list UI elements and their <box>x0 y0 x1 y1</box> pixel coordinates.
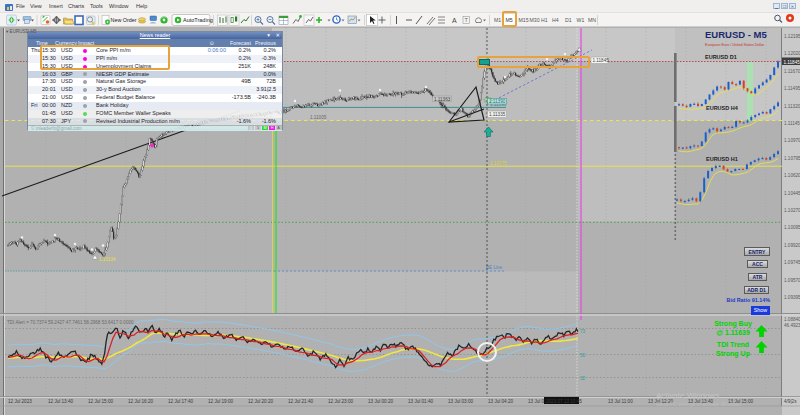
svg-text:EURUSD H1: EURUSD H1 <box>706 156 738 162</box>
svg-text:1.11845: 1.11845 <box>593 58 610 63</box>
svg-text:M1: M1 <box>494 17 501 23</box>
svg-text:12 Jul 19:00: 12 Jul 19:00 <box>208 399 233 404</box>
svg-text:32: 32 <box>580 376 586 381</box>
svg-text:1.11845: 1.11845 <box>784 60 800 65</box>
svg-text:12 Jul 23:00: 12 Jul 23:00 <box>328 399 353 404</box>
svg-text:12 Jul 20:20: 12 Jul 20:20 <box>248 399 273 404</box>
svg-text:M30: M30 <box>530 17 540 23</box>
svg-text:M15: M15 <box>519 17 529 23</box>
svg-text:TDI Alert = 70.7374 59.2427 47: TDI Alert = 70.7374 59.2427 47.7461 58.2… <box>7 320 134 325</box>
svg-text:1.11390: 1.11390 <box>489 99 506 104</box>
svg-text:46.4923: 46.4923 <box>784 323 800 328</box>
svg-text:EURUSD - M5: EURUSD - M5 <box>705 29 767 40</box>
svg-text:A: A <box>452 17 457 24</box>
svg-text:Go to PC settings to activate: Go to PC settings to activate Windows. <box>656 401 742 407</box>
svg-text:1.10775: 1.10775 <box>490 161 507 166</box>
svg-text:1.11670: 1.11670 <box>784 69 800 74</box>
svg-text:12 Jul 2023: 12 Jul 2023 <box>8 399 32 404</box>
svg-text:13 Jul 11:00: 13 Jul 11:00 <box>608 399 633 404</box>
svg-text:1.11320: 1.11320 <box>784 104 800 109</box>
svg-text:13 Jul 01:40: 13 Jul 01:40 <box>408 399 433 404</box>
svg-text:1.08840: 1.08840 <box>784 317 800 322</box>
svg-text:1.12195: 1.12195 <box>784 34 800 39</box>
svg-text:AutoTrading: AutoTrading <box>183 17 213 23</box>
svg-text:12 Jul 17:40: 12 Jul 17:40 <box>168 399 193 404</box>
svg-text:1.09395: 1.09395 <box>784 295 800 300</box>
svg-text:Activate Windows: Activate Windows <box>656 391 719 400</box>
svg-text:1.10134: 1.10134 <box>99 257 116 262</box>
svg-text:1.11005: 1.11005 <box>310 115 327 120</box>
svg-text:1.11363: 1.11363 <box>434 97 451 102</box>
svg-text:1.09745: 1.09745 <box>784 260 800 265</box>
svg-text:1.11335: 1.11335 <box>489 112 506 117</box>
svg-text:13 Jul 03:00: 13 Jul 03:00 <box>448 399 473 404</box>
svg-text:1.09570: 1.09570 <box>784 278 800 283</box>
svg-text:EURUSD H4: EURUSD H4 <box>706 105 739 111</box>
svg-text:1.10970: 1.10970 <box>784 138 800 143</box>
svg-text:1.10445: 1.10445 <box>784 191 800 196</box>
svg-text:4/9|2s: 4/9|2s <box>784 399 797 404</box>
svg-text:1.10620: 1.10620 <box>784 173 800 178</box>
svg-text:13 Jul 04:20: 13 Jul 04:20 <box>488 399 513 404</box>
svg-text:1.12020: 1.12020 <box>784 51 800 56</box>
svg-text:1.09920: 1.09920 <box>784 243 800 248</box>
svg-text:12 Jul 15:00: 12 Jul 15:00 <box>88 399 113 404</box>
svg-text:1.10795: 1.10795 <box>784 156 800 161</box>
svg-text:1.10270: 1.10270 <box>784 208 800 213</box>
svg-text:New Order: New Order <box>111 17 137 23</box>
svg-text:EURUSD D1: EURUSD D1 <box>705 54 737 60</box>
svg-text:MN: MN <box>588 17 596 23</box>
svg-text:1.11145: 1.11145 <box>784 121 800 126</box>
svg-text:2023.07.13 10:45: 2023.07.13 10:45 <box>546 399 582 404</box>
svg-text:1.10095: 1.10095 <box>784 225 800 230</box>
svg-text:BE Line: BE Line <box>486 265 503 270</box>
svg-text:12 Jul 13:40: 12 Jul 13:40 <box>48 399 73 404</box>
svg-text:50: 50 <box>580 353 586 358</box>
svg-text:1.11495: 1.11495 <box>784 86 800 91</box>
svg-text:W1: W1 <box>577 17 585 23</box>
svg-text:T: T <box>465 17 469 23</box>
svg-text:12 Jul 16:20: 12 Jul 16:20 <box>128 399 153 404</box>
svg-text:H1: H1 <box>541 17 548 23</box>
svg-text:European Euro / United States: European Euro / United States Dollar <box>705 43 765 47</box>
svg-text:73: 73 <box>580 329 586 334</box>
svg-text:H4: H4 <box>552 17 559 23</box>
svg-text:D1: D1 <box>565 17 572 23</box>
svg-text:12 Jul 21:40: 12 Jul 21:40 <box>288 399 313 404</box>
svg-text:13 Jul 00:20: 13 Jul 00:20 <box>368 399 393 404</box>
